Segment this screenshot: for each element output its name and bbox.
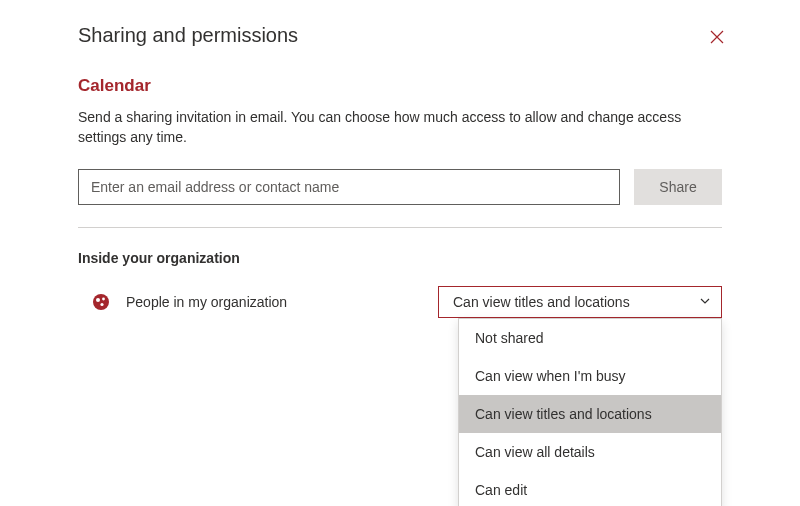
dropdown-option-titles-locations[interactable]: Can view titles and locations <box>459 395 721 433</box>
dropdown-option-busy[interactable]: Can view when I'm busy <box>459 357 721 395</box>
permission-dropdown: Can view titles and locations Not shared… <box>438 286 722 318</box>
permission-dropdown-button[interactable]: Can view titles and locations <box>438 286 722 318</box>
close-button[interactable] <box>706 26 728 48</box>
permission-dropdown-selected: Can view titles and locations <box>453 294 630 310</box>
email-input[interactable] <box>78 169 620 205</box>
share-button[interactable]: Share <box>634 169 722 205</box>
svg-point-1 <box>96 298 100 302</box>
permission-row: People in my organization Can view title… <box>78 286 722 318</box>
dropdown-option-can-edit[interactable]: Can edit <box>459 471 721 506</box>
panel-title: Sharing and permissions <box>78 24 298 47</box>
chevron-down-icon <box>699 294 711 310</box>
section-label: Inside your organization <box>78 250 722 266</box>
description-text: Send a sharing invitation in email. You … <box>78 108 722 147</box>
header-row: Sharing and permissions <box>78 24 722 48</box>
svg-point-3 <box>100 303 103 306</box>
sharing-permissions-panel: Sharing and permissions Calendar Send a … <box>0 0 800 318</box>
organization-icon <box>92 293 110 311</box>
dropdown-option-not-shared[interactable]: Not shared <box>459 319 721 357</box>
svg-point-2 <box>102 298 105 301</box>
permission-dropdown-list: Not shared Can view when I'm busy Can vi… <box>458 318 722 506</box>
dropdown-option-all-details[interactable]: Can view all details <box>459 433 721 471</box>
svg-point-0 <box>93 294 109 310</box>
share-row: Share <box>78 169 722 205</box>
permission-label: People in my organization <box>126 294 438 310</box>
calendar-subtitle: Calendar <box>78 76 722 96</box>
divider <box>78 227 722 228</box>
close-icon <box>710 30 724 44</box>
